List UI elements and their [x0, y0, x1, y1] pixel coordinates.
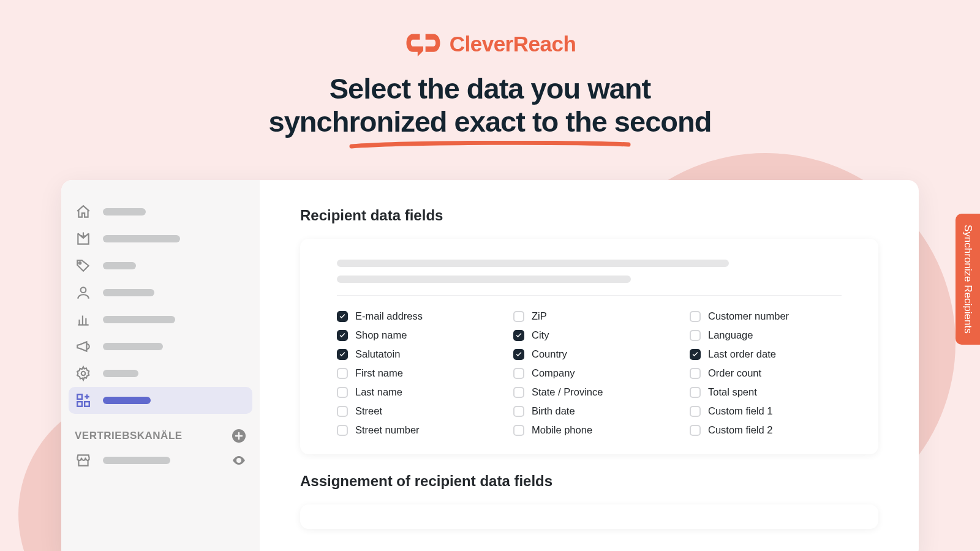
field-checkbox[interactable]: City: [513, 329, 665, 341]
checkbox-icon: [690, 311, 701, 322]
sidebar-item-label-placeholder: [103, 370, 138, 377]
field-checkbox[interactable]: Custom field 1: [690, 405, 842, 417]
checkbox-icon: [513, 425, 524, 436]
checkbox-icon: [337, 330, 348, 341]
sidebar-item-label-placeholder: [103, 262, 136, 269]
svg-point-1: [81, 287, 86, 293]
synchronize-recipients-button[interactable]: Synchronize Recipients: [956, 214, 980, 345]
field-checkbox[interactable]: Country: [513, 348, 665, 360]
main-content: Recipient data fields E-mail addressZiPC…: [260, 180, 919, 551]
checkbox-icon: [513, 311, 524, 322]
field-checkbox[interactable]: Language: [690, 329, 842, 341]
checkbox-icon: [690, 368, 701, 379]
field-checkbox[interactable]: Order count: [690, 367, 842, 379]
sidebar-item-label-placeholder: [103, 289, 154, 296]
section-title-recipient-fields: Recipient data fields: [300, 207, 878, 224]
checkbox-label: ZiP: [532, 310, 547, 322]
checkbox-label: Mobile phone: [532, 424, 592, 436]
field-checkbox[interactable]: ZiP: [513, 310, 665, 322]
checkbox-icon: [690, 406, 701, 417]
brand-logo: CleverReach: [404, 31, 576, 58]
sidebar-item[interactable]: [69, 279, 252, 306]
checkbox-label: Country: [532, 348, 567, 360]
chart-icon: [75, 311, 92, 328]
field-checkbox[interactable]: Street: [337, 405, 489, 417]
sidebar-item[interactable]: [69, 252, 252, 279]
recipient-fields-card: E-mail addressZiPCustomer numberShop nam…: [300, 239, 878, 454]
checkbox-label: Birth date: [532, 405, 575, 417]
checkbox-icon: [337, 368, 348, 379]
sidebar: VERTRIEBSKANÄLE: [61, 180, 260, 551]
gear-icon: [75, 365, 92, 382]
user-icon: [75, 284, 92, 301]
checkbox-icon: [513, 330, 524, 341]
checkbox-icon: [337, 425, 348, 436]
sidebar-item[interactable]: [69, 360, 252, 387]
field-checkbox[interactable]: Total spent: [690, 386, 842, 398]
svg-point-2: [81, 372, 86, 376]
sidebar-section-header: VERTRIEBSKANÄLE: [69, 414, 252, 447]
field-checkbox[interactable]: Last name: [337, 386, 489, 398]
field-checkbox[interactable]: Birth date: [513, 405, 665, 417]
page-header: CleverReach Select the data you want syn…: [0, 0, 980, 162]
channel-item-label-placeholder: [103, 457, 170, 464]
checkbox-icon: [513, 368, 524, 379]
checkbox-label: Language: [708, 329, 753, 341]
field-checkbox[interactable]: E-mail address: [337, 310, 489, 322]
add-channel-button[interactable]: [232, 429, 246, 443]
headline-line2-prefix: synchronized: [269, 105, 454, 138]
sidebar-item-label-placeholder: [103, 235, 180, 242]
checkbox-label: Last name: [355, 386, 402, 398]
sidebar-item-label-placeholder: [103, 316, 175, 323]
eye-icon[interactable]: [232, 453, 246, 468]
checkbox-label: Last order date: [708, 348, 776, 360]
field-checkbox[interactable]: Shop name: [337, 329, 489, 341]
divider: [337, 295, 842, 296]
checkbox-icon: [513, 349, 524, 360]
svg-point-7: [238, 459, 240, 462]
checkbox-icon: [337, 387, 348, 398]
sidebar-item[interactable]: [69, 387, 252, 414]
checkbox-icon: [690, 330, 701, 341]
channel-item[interactable]: [69, 447, 252, 474]
sidebar-item[interactable]: [69, 225, 252, 252]
apps-icon: [75, 392, 92, 409]
sidebar-item[interactable]: [69, 306, 252, 333]
field-checkbox[interactable]: Salutatoin: [337, 348, 489, 360]
field-checkbox[interactable]: First name: [337, 367, 489, 379]
checkbox-icon: [337, 349, 348, 360]
checkbox-label: State / Province: [532, 386, 603, 398]
field-checkbox[interactable]: Mobile phone: [513, 424, 665, 436]
sidebar-item-label-placeholder: [103, 208, 146, 216]
checkbox-label: Order count: [708, 367, 761, 379]
checkbox-grid: E-mail addressZiPCustomer numberShop nam…: [337, 310, 842, 436]
svg-rect-3: [77, 394, 82, 399]
placeholder-line: [337, 260, 729, 267]
field-checkbox[interactable]: Street number: [337, 424, 489, 436]
headline: Select the data you want synchronized ex…: [214, 72, 766, 138]
checkbox-icon: [337, 311, 348, 322]
svg-rect-4: [77, 402, 82, 407]
field-checkbox[interactable]: Company: [513, 367, 665, 379]
channels-label: VERTRIEBSKANÄLE: [75, 430, 183, 442]
sidebar-item[interactable]: [69, 198, 252, 225]
field-checkbox[interactable]: Custom field 2: [690, 424, 842, 436]
headline-line1: Select the data you want: [330, 72, 650, 105]
checkbox-icon: [513, 387, 524, 398]
checkbox-label: Total spent: [708, 386, 757, 398]
checkbox-label: Street number: [355, 424, 420, 436]
brand-logo-mark: [404, 31, 442, 58]
field-checkbox[interactable]: Customer number: [690, 310, 842, 322]
section-title-assignment: Assignement of recipient data fields: [300, 473, 878, 490]
checkbox-icon: [690, 425, 701, 436]
checkbox-label: Salutatoin: [355, 348, 400, 360]
sidebar-item[interactable]: [69, 333, 252, 360]
headline-highlight: exact to the second: [454, 105, 712, 138]
field-checkbox[interactable]: State / Province: [513, 386, 665, 398]
checkbox-label: First name: [355, 367, 403, 379]
checkbox-label: City: [532, 329, 549, 341]
headline-underline-icon: [349, 141, 631, 149]
tag-icon: [75, 257, 92, 274]
app-frame: VERTRIEBSKANÄLE Recipient data fields E-…: [61, 180, 919, 551]
field-checkbox[interactable]: Last order date: [690, 348, 842, 360]
